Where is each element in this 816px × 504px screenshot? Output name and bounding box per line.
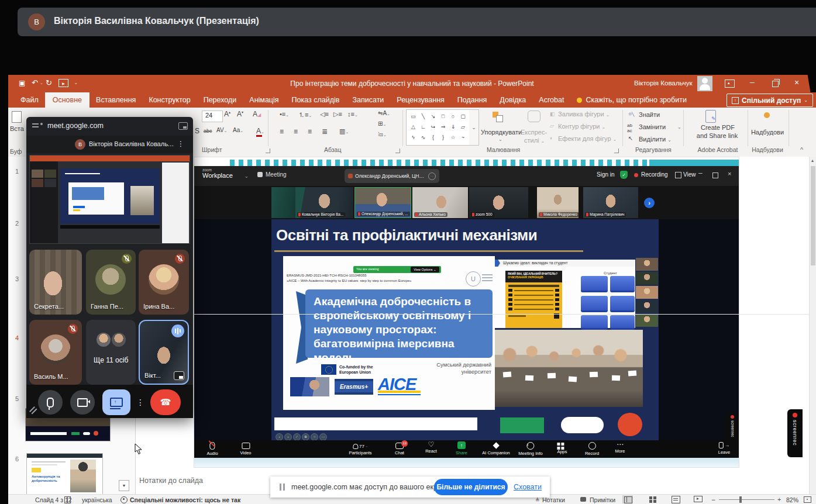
zoom-level[interactable]: 82%: [786, 496, 798, 503]
thumb-number-5[interactable]: 5: [15, 395, 19, 402]
scroll-thumb[interactable]: [811, 166, 815, 265]
shape-outline-button[interactable]: Контур фігури ⌄: [558, 123, 605, 130]
acrobat-button[interactable]: Create PDF: [693, 124, 743, 131]
spellcheck-icon[interactable]: [64, 496, 71, 503]
zoom-slider-track[interactable]: [719, 499, 774, 500]
acrobat-button2[interactable]: and Share link: [688, 132, 746, 139]
strikethrough-icon[interactable]: S: [195, 127, 199, 135]
view-sorter-icon[interactable]: [649, 496, 652, 499]
record-button[interactable]: Record: [585, 442, 599, 456]
paste-button-icon[interactable]: [12, 111, 22, 123]
meet-tile-self[interactable]: Вікт...: [139, 320, 189, 385]
screenrec-tab[interactable]: screenrec: [787, 409, 803, 457]
tab-help[interactable]: Довідка: [493, 92, 532, 108]
select-button[interactable]: Виділити ⌄: [639, 136, 672, 143]
shape-curve-arrow-icon[interactable]: ↪: [428, 122, 438, 132]
notes-divider[interactable]: [136, 314, 809, 315]
shape-scribble-icon[interactable]: ϟ: [408, 132, 418, 143]
collapse-ribbon-icon[interactable]: ^: [800, 146, 803, 153]
arrange-button[interactable]: Упорядкувати: [481, 129, 522, 136]
tab-insert[interactable]: Вставлення: [89, 92, 142, 108]
scrollbar[interactable]: ▴: [809, 157, 816, 494]
shapes-gallery[interactable]: ▭╲↘□○▢ △∟↪⇒⇓▱ ϟ∿{}☆~: [406, 109, 470, 146]
hide-link[interactable]: Сховати: [514, 483, 542, 491]
addins-button[interactable]: Надбудови: [750, 129, 785, 136]
fit-window-icon[interactable]: [804, 496, 811, 503]
decrease-indent-icon[interactable]: ◁≡: [320, 111, 329, 118]
stop-sharing-button[interactable]: Більше не ділитися: [434, 479, 508, 495]
paste-button-label[interactable]: Вста: [10, 125, 24, 132]
participant-video[interactable]: Альона Хилько: [412, 187, 468, 218]
zoom-out-icon[interactable]: −: [711, 496, 715, 504]
screenshare-preview[interactable]: [29, 155, 190, 244]
char-spacing-icon[interactable]: AV⌄: [216, 127, 227, 133]
scroll-up-icon[interactable]: ▴: [811, 158, 814, 163]
slide-thumbnail-6[interactable]: Антикорупція та доброчесність: [26, 453, 103, 495]
more-button[interactable]: ⋯ More: [615, 440, 625, 454]
tell-me[interactable]: Скажіть, що потрібно зробити: [570, 92, 693, 108]
shape-arc-icon[interactable]: ~: [458, 132, 468, 143]
tab-animations[interactable]: Анімація: [243, 92, 285, 108]
shape-wave-icon[interactable]: ∿: [418, 132, 428, 143]
zoom-slider-thumb[interactable]: [739, 496, 742, 503]
thumbnails-scroll-down[interactable]: ▾: [119, 480, 129, 491]
thumb-number-1[interactable]: 1: [15, 168, 19, 175]
meet-tile-avatar[interactable]: Ганна Пе...: [86, 250, 136, 315]
close-icon[interactable]: ×: [794, 78, 799, 87]
view-button[interactable]: View: [683, 171, 696, 178]
zoom-close-icon[interactable]: ×: [728, 170, 731, 177]
thumb-number-3[interactable]: 3: [15, 275, 19, 282]
justify-icon[interactable]: ≣: [322, 127, 328, 136]
align-right-icon[interactable]: ≡: [308, 127, 312, 136]
shape-brace-right-icon[interactable]: }: [438, 132, 448, 143]
tab-transitions[interactable]: Переходи: [197, 92, 243, 108]
mic-button[interactable]: [38, 390, 63, 415]
clear-format-icon[interactable]: A◢: [253, 110, 261, 118]
sign-in-link[interactable]: Sign in: [597, 171, 615, 178]
tab-design[interactable]: Конструктор: [142, 92, 197, 108]
quick-styles-button2[interactable]: стилі ⌄: [524, 137, 545, 144]
shape-effects-button[interactable]: Ефекти для фігур ⌄: [558, 135, 617, 142]
shape-right-arrow-icon[interactable]: ⇒: [438, 122, 448, 132]
language-status[interactable]: українська: [82, 496, 112, 503]
share-button[interactable]: ↑ Спільний доступ⌄: [727, 94, 813, 107]
change-case-icon[interactable]: Aa⌄: [233, 127, 243, 133]
thumb-number-6[interactable]: 6: [15, 455, 19, 462]
shape-parallelogram-icon[interactable]: ▱: [458, 122, 468, 132]
font-dialog-launcher[interactable]: [266, 149, 270, 153]
participant-video[interactable]: zoom 500: [469, 187, 528, 218]
meet-header[interactable]: meet.google.com: [26, 117, 193, 136]
participant-video[interactable]: Ковальчук Вікторія Ва...: [295, 187, 353, 218]
participants-button[interactable]: 77 ⌃ Participants: [349, 442, 371, 455]
font-size-input[interactable]: 24: [202, 111, 223, 122]
bullets-icon[interactable]: •≡⌄: [280, 111, 289, 118]
participant-video[interactable]: Олександр Доренський, ...: [354, 187, 411, 218]
shape-arrow-icon[interactable]: ↘: [428, 111, 438, 122]
meeting-tab[interactable]: Meeting: [266, 171, 287, 178]
align-center-icon[interactable]: ≡: [294, 127, 298, 136]
thumb-number-2[interactable]: 2: [15, 220, 19, 227]
drawing-dialog-launcher[interactable]: [614, 149, 619, 153]
shape-fill-button[interactable]: Заливка фігури ⌄: [558, 111, 610, 118]
participant-video[interactable]: Марина Патрілевич: [583, 187, 638, 218]
strip-next-icon[interactable]: ›: [644, 198, 655, 208]
shapes-gallery-more[interactable]: ⌄: [469, 109, 479, 146]
meeting-title-more-icon[interactable]: ⋯: [428, 172, 436, 180]
meeting-info-button[interactable]: i Meeting Info: [518, 442, 542, 456]
video-button[interactable]: Video: [240, 442, 251, 455]
tab-file[interactable]: Файл: [14, 92, 45, 108]
shape-round-rect-icon[interactable]: ▢: [458, 111, 468, 122]
comments-toggle[interactable]: Примітки: [590, 496, 615, 503]
tab-acrobat[interactable]: Acrobat: [532, 92, 570, 108]
strike-abc-icon[interactable]: abc: [204, 128, 212, 134]
meet-tile-avatar[interactable]: Ірина Ва...: [139, 250, 189, 315]
numbering-icon[interactable]: ⒈≡⌄: [298, 111, 312, 119]
replace-dropdown-icon[interactable]: ⌄: [677, 125, 681, 130]
restore-icon[interactable]: [772, 81, 779, 87]
shape-star-icon[interactable]: ☆: [448, 132, 458, 143]
view-reading-icon[interactable]: [672, 496, 680, 503]
smartart-convert-icon[interactable]: ⫶⊡⌄: [378, 131, 387, 138]
arrange-dropdown-icon[interactable]: ⌄: [498, 137, 502, 142]
accessibility-status[interactable]: Спеціальні можливості: щось не так: [130, 496, 240, 503]
tab-record[interactable]: Записати: [346, 92, 390, 108]
